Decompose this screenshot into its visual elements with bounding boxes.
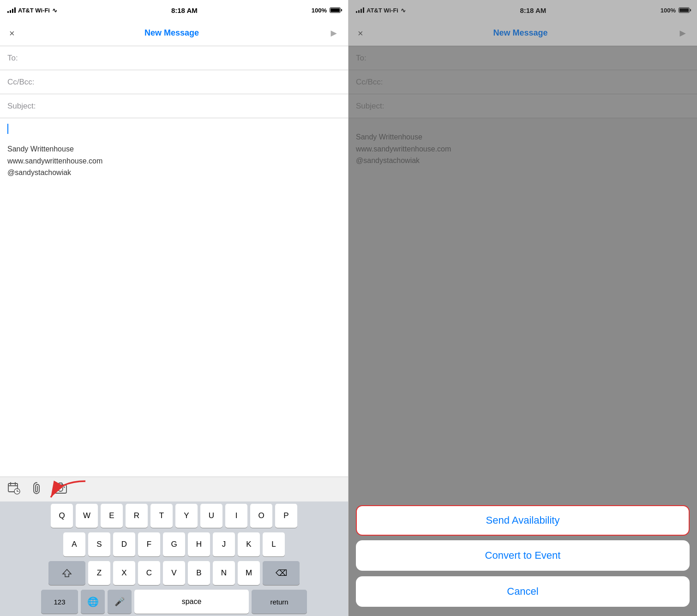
key-y[interactable]: Y [175, 504, 198, 528]
key-j[interactable]: J [213, 532, 235, 556]
key-q[interactable]: Q [51, 504, 73, 528]
to-field[interactable]: To: [0, 46, 348, 70]
key-a[interactable]: A [63, 532, 85, 556]
key-numbers[interactable]: 123 [41, 590, 78, 614]
carrier-label: AT&T Wi-Fi [18, 7, 50, 14]
sig-line3: @sandystachowiak [7, 167, 341, 179]
battery-icon [330, 7, 341, 13]
to-input[interactable] [40, 54, 341, 63]
key-w[interactable]: W [76, 504, 98, 528]
key-s[interactable]: S [88, 532, 110, 556]
key-k[interactable]: K [238, 532, 260, 556]
cc-field[interactable]: Cc/Bcc: [0, 70, 348, 94]
svg-marker-11 [63, 569, 71, 577]
keyboard-row-3: Z X C V B N M ⌫ [0, 559, 348, 587]
camera-icon[interactable] [54, 482, 67, 497]
sig-line1: Sandy Writtenhouse [7, 143, 341, 155]
key-z[interactable]: Z [88, 561, 110, 585]
key-r[interactable]: R [126, 504, 148, 528]
keyboard-row-1: Q W E R T Y U I O P [0, 501, 348, 530]
right-panel: AT&T Wi-Fi ∿ 8:18 AM 100% × New Message … [348, 0, 697, 616]
signal-bars-icon [7, 7, 16, 13]
svg-rect-8 [54, 485, 66, 493]
left-nav-title: New Message [144, 28, 199, 38]
send-availability-button[interactable]: Send Availability [356, 505, 690, 536]
left-keyboard: Q W E R T Y U I O P A S D F G H J K L [0, 501, 348, 616]
left-battery-area: 100% [312, 7, 341, 14]
wifi-icon: ∿ [52, 7, 57, 14]
left-email-body[interactable]: Sandy Writtenhouse www.sandywrittenhouse… [0, 118, 348, 477]
left-close-button[interactable]: × [9, 29, 15, 38]
key-x[interactable]: X [113, 561, 135, 585]
key-f[interactable]: F [138, 532, 160, 556]
key-l[interactable]: L [263, 532, 285, 556]
left-carrier-info: AT&T Wi-Fi ∿ [7, 7, 57, 14]
attachment-icon[interactable] [31, 482, 42, 497]
key-shift[interactable] [48, 561, 85, 585]
key-globe[interactable]: 🌐 [81, 590, 105, 614]
key-i[interactable]: I [225, 504, 247, 528]
key-return[interactable]: return [252, 590, 307, 614]
left-send-button[interactable]: ► [329, 27, 339, 39]
key-d[interactable]: D [113, 532, 135, 556]
key-c[interactable]: C [138, 561, 160, 585]
svg-point-10 [64, 486, 65, 488]
subject-input[interactable] [40, 102, 341, 111]
sig-line2: www.sandywrittenhouse.com [7, 155, 341, 167]
cc-input[interactable] [40, 78, 341, 87]
left-nav-bar: × New Message ► [0, 20, 348, 46]
cancel-button[interactable]: Cancel [356, 576, 690, 607]
key-n[interactable]: N [213, 561, 235, 585]
subject-label: Subject: [7, 102, 40, 111]
key-space[interactable]: space [134, 590, 249, 614]
battery-percent: 100% [312, 7, 327, 14]
key-v[interactable]: V [163, 561, 185, 585]
key-mic[interactable]: 🎤 [108, 590, 132, 614]
key-u[interactable]: U [200, 504, 222, 528]
key-p[interactable]: P [275, 504, 297, 528]
subject-field[interactable]: Subject: [0, 94, 348, 118]
popup-action-sheet: Send Availability Convert to Event Cance… [348, 500, 697, 616]
key-b[interactable]: B [188, 561, 210, 585]
to-label: To: [7, 54, 40, 63]
cc-label: Cc/Bcc: [7, 78, 40, 87]
key-h[interactable]: H [188, 532, 210, 556]
key-delete[interactable]: ⌫ [263, 561, 300, 585]
left-time: 8:18 AM [171, 6, 198, 14]
keyboard-row-4: 123 🌐 🎤 space return [0, 587, 348, 616]
svg-point-9 [58, 487, 63, 491]
left-status-bar: AT&T Wi-Fi ∿ 8:18 AM 100% [0, 0, 348, 20]
convert-to-event-button[interactable]: Convert to Event [356, 540, 690, 571]
left-toolbar [0, 477, 348, 501]
key-e[interactable]: E [101, 504, 123, 528]
key-t[interactable]: T [150, 504, 173, 528]
keyboard-row-2: A S D F G H J K L [0, 530, 348, 559]
calendar-clock-icon[interactable] [7, 482, 20, 497]
key-g[interactable]: G [163, 532, 185, 556]
cursor-indicator [7, 124, 8, 134]
key-m[interactable]: M [238, 561, 260, 585]
key-o[interactable]: O [250, 504, 272, 528]
left-signature: Sandy Writtenhouse www.sandywrittenhouse… [7, 143, 341, 179]
left-panel: AT&T Wi-Fi ∿ 8:18 AM 100% × New Message … [0, 0, 348, 616]
